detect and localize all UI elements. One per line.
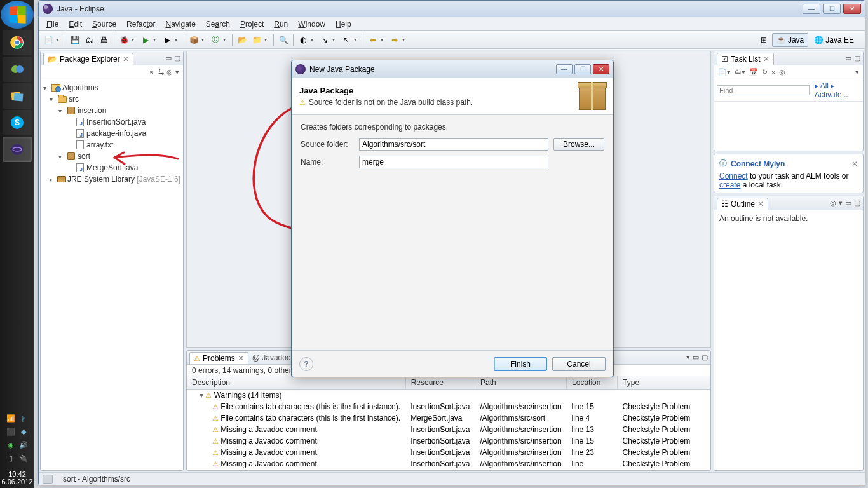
problem-row[interactable]: ⚠ Missing a Javadoc comment.InsertionSor… bbox=[187, 435, 710, 447]
view-menu-icon[interactable]: ▾ bbox=[686, 353, 690, 362]
tree-file-insertionsort[interactable]: InsertionSort.java bbox=[42, 116, 182, 128]
search-button[interactable]: 🔍 bbox=[276, 33, 290, 47]
toggle-mark-button[interactable]: ◐ bbox=[296, 33, 310, 47]
problem-row[interactable]: ⚠ Missing a Javadoc comment.InsertionSor… bbox=[187, 458, 710, 470]
save-button[interactable]: 💾 bbox=[68, 33, 82, 47]
menu-project[interactable]: Project bbox=[235, 18, 269, 30]
tray-date[interactable]: 6.06.2012 bbox=[0, 478, 34, 485]
menu-refactor[interactable]: Refactor bbox=[121, 18, 160, 30]
forward-button[interactable]: ➡ bbox=[388, 33, 402, 47]
link-editor-icon[interactable]: ⇆ bbox=[158, 68, 164, 76]
source-folder-input[interactable] bbox=[359, 138, 548, 151]
menu-navigate[interactable]: Navigate bbox=[160, 18, 200, 30]
problem-row[interactable]: ⚠ Missing a Javadoc comment.InsertionSor… bbox=[187, 447, 710, 458]
tree-file-mergesort[interactable]: MergeSort.java bbox=[42, 162, 182, 173]
new-button[interactable]: 📄 bbox=[41, 33, 55, 47]
open-type-button[interactable]: 📂 bbox=[235, 33, 249, 47]
categorize-icon[interactable]: 🗂▾ bbox=[735, 68, 745, 76]
mylyn-close[interactable]: ✕ bbox=[851, 159, 858, 168]
collapse-all-icon[interactable]: ⇤ bbox=[150, 68, 156, 76]
problem-row[interactable]: ⚠ Missing a Javadoc comment.InsertionSor… bbox=[187, 424, 710, 435]
minimize-button[interactable]: — bbox=[803, 4, 820, 14]
col-resource[interactable]: Resource bbox=[405, 376, 475, 390]
maximize-view-icon[interactable]: ▢ bbox=[854, 199, 860, 207]
tray-bluetooth-icon[interactable]: ∦ bbox=[18, 414, 30, 426]
tree-src[interactable]: ▾src bbox=[42, 93, 182, 105]
maximize-view-icon[interactable]: ▢ bbox=[174, 54, 180, 62]
tasklist-find[interactable] bbox=[717, 85, 810, 95]
menu-search[interactable]: Search bbox=[201, 18, 235, 30]
back-button[interactable]: ⬅ bbox=[366, 33, 380, 47]
tray-clock[interactable]: 10:42 bbox=[0, 468, 34, 478]
tray-network-icon[interactable]: ⬛ bbox=[5, 428, 17, 439]
statusbar-icon[interactable] bbox=[43, 475, 53, 484]
warnings-group[interactable]: ▾ ⚠ Warnings (14 items) bbox=[187, 390, 710, 402]
perspective-javaee[interactable]: 🌐Java EE bbox=[810, 33, 858, 47]
tree-file-arraytxt[interactable]: array.txt bbox=[42, 139, 182, 151]
problem-row[interactable]: ⚠ File contains tab characters (this is … bbox=[187, 401, 710, 412]
open-perspective-button[interactable]: ⊞ bbox=[757, 33, 771, 47]
maximize-button[interactable]: ☐ bbox=[823, 4, 841, 14]
col-path[interactable]: Path bbox=[475, 376, 567, 390]
run-last-button[interactable]: ▶ bbox=[160, 33, 174, 47]
problems-tab[interactable]: ⚠ Problems ✕ bbox=[189, 352, 248, 364]
finish-button[interactable]: Finish bbox=[494, 357, 547, 371]
menu-source[interactable]: Source bbox=[87, 18, 121, 30]
debug-button[interactable]: 🐞 bbox=[117, 33, 131, 47]
next-annotation-button[interactable]: ↘ bbox=[318, 33, 332, 47]
tasklist-activate-link[interactable]: Activate... bbox=[815, 90, 848, 99]
print-button[interactable]: 🖶 bbox=[97, 33, 111, 47]
menu-run[interactable]: Run bbox=[269, 18, 293, 30]
tray-volume-icon[interactable]: 🔊 bbox=[18, 441, 30, 452]
col-type[interactable]: Type bbox=[618, 376, 710, 390]
tree-pkg-sort[interactable]: ▾sort bbox=[42, 151, 182, 162]
schedule-icon[interactable]: 📅 bbox=[749, 68, 758, 76]
new-package-button[interactable]: 📦 bbox=[187, 33, 201, 47]
sync-icon[interactable]: ↻ bbox=[762, 68, 768, 76]
view-menu-icon[interactable]: ▾ bbox=[839, 199, 843, 207]
mylyn-connect-link[interactable]: Connect bbox=[719, 172, 748, 180]
mylyn-create-link[interactable]: create bbox=[719, 180, 740, 189]
browse-button[interactable]: Browse... bbox=[553, 138, 604, 151]
javadoc-tab[interactable]: @ Javadoc bbox=[248, 352, 294, 363]
tray-shield-icon[interactable]: ◉ bbox=[5, 441, 17, 452]
tray-wifi-icon[interactable]: 📶 bbox=[5, 414, 17, 426]
col-description[interactable]: Description bbox=[187, 376, 405, 390]
view-menu-icon[interactable]: ▾ bbox=[175, 68, 179, 76]
focus-icon[interactable]: ◎ bbox=[779, 68, 785, 76]
tasklist-all-link[interactable]: All bbox=[820, 81, 829, 90]
tree-project[interactable]: ▾Algorithms bbox=[42, 82, 182, 93]
cancel-button[interactable]: Cancel bbox=[552, 357, 606, 371]
collapse-icon[interactable]: × bbox=[771, 69, 775, 76]
dialog-close[interactable]: ✕ bbox=[593, 64, 609, 74]
problem-row[interactable]: ⚠ File contains tab characters (this is … bbox=[187, 412, 710, 424]
menu-file[interactable]: File bbox=[41, 18, 64, 30]
taskbar-chrome[interactable] bbox=[3, 30, 32, 55]
minimize-view-icon[interactable]: ▭ bbox=[165, 54, 172, 62]
tree-pkg-insertion[interactable]: ▾insertion bbox=[42, 105, 182, 116]
taskbar-skype[interactable]: S bbox=[3, 110, 32, 135]
maximize-view-icon[interactable]: ▢ bbox=[854, 54, 860, 62]
tasklist-tab[interactable]: ☑ Task List ✕ bbox=[717, 53, 774, 65]
col-location[interactable]: Location bbox=[567, 376, 618, 390]
menu-window[interactable]: Window bbox=[293, 18, 330, 30]
tray-power-icon[interactable]: 🔌 bbox=[18, 454, 30, 466]
close-tab-icon[interactable]: ✕ bbox=[238, 354, 244, 363]
save-all-button[interactable]: 🗂 bbox=[83, 33, 97, 47]
dialog-minimize[interactable]: — bbox=[556, 64, 573, 74]
tree-jre[interactable]: ▸JRE System Library [JavaSE-1.6] bbox=[42, 173, 182, 185]
focus-task-icon[interactable]: ◎ bbox=[166, 68, 173, 76]
package-explorer-tab[interactable]: 📂 Package Explorer ✕ bbox=[43, 53, 133, 65]
new-task-icon[interactable]: 📄▾ bbox=[718, 68, 731, 76]
menu-edit[interactable]: Edit bbox=[64, 18, 87, 30]
open-task-button[interactable]: 📁 bbox=[250, 33, 264, 47]
menu-help[interactable]: Help bbox=[330, 18, 356, 30]
taskbar-eclipse[interactable] bbox=[3, 137, 32, 162]
start-button[interactable] bbox=[1, 1, 34, 29]
perspective-java[interactable]: ☕Java bbox=[772, 33, 808, 47]
tray-dropbox-icon[interactable]: ◆ bbox=[18, 428, 30, 439]
dialog-maximize[interactable]: ☐ bbox=[574, 64, 591, 74]
tray-flag-icon[interactable]: ▯ bbox=[5, 454, 17, 466]
close-tab-icon[interactable]: ✕ bbox=[757, 200, 764, 208]
new-class-button[interactable]: Ⓒ bbox=[208, 33, 222, 47]
